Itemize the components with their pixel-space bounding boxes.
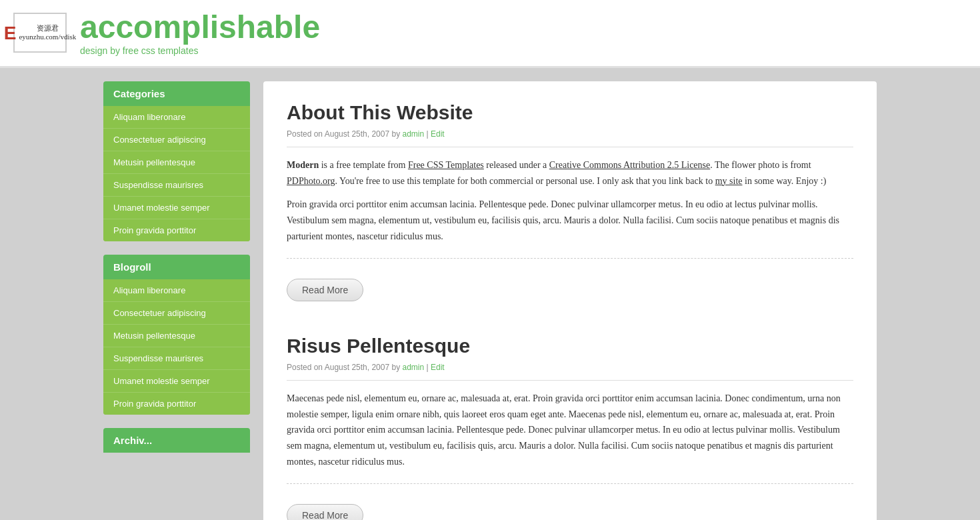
list-item: Suspendisse maurisres xyxy=(103,347,250,370)
archives-section: Archiv... xyxy=(103,428,250,453)
post: About This WebsitePosted on August 25th,… xyxy=(287,101,853,308)
post-title: Risus Pellentesque xyxy=(287,335,853,357)
logo-box: E 资源君 eyunzhu.com/vdisk xyxy=(13,13,67,53)
sidebar-blogroll-link[interactable]: Consectetuer adipiscing xyxy=(103,302,250,325)
post-title: About This Website xyxy=(287,101,853,124)
blogroll-list: Aliquam liberonareConsectetuer adipiscin… xyxy=(103,279,250,415)
sidebar-category-link[interactable]: Proin gravida porttitor xyxy=(103,219,250,241)
sidebar-blogroll-link[interactable]: Suspendisse maurisres xyxy=(103,347,250,370)
logo-line1: 资源君 xyxy=(19,24,76,33)
pdphoto-link[interactable]: PDPhoto.org xyxy=(287,176,335,186)
site-title: accomplishable xyxy=(80,10,320,45)
blogroll-header: Blogroll xyxy=(103,255,250,279)
post-edit-link[interactable]: Edit xyxy=(431,363,445,372)
post-author-link[interactable]: admin xyxy=(402,129,424,139)
list-item: Aliquam liberonare xyxy=(103,106,250,129)
list-item: Suspendisse maurisres xyxy=(103,174,250,197)
sidebar-blogroll-link[interactable]: Umanet molestie semper xyxy=(103,370,250,393)
sidebar-blogroll-link[interactable]: Metusin pellentesque xyxy=(103,325,250,347)
sidebar: Categories Aliquam liberonareConsectetue… xyxy=(103,81,250,520)
sidebar-category-link[interactable]: Umanet molestie semper xyxy=(103,197,250,219)
site-title-area: accomplishable design by free css templa… xyxy=(80,10,320,56)
list-item: Metusin pellentesque xyxy=(103,151,250,174)
list-item: Consectetuer adipiscing xyxy=(103,129,250,151)
logo-text: 资源君 eyunzhu.com/vdisk xyxy=(19,24,76,41)
post-meta: Posted on August 25th, 2007 by admin | E… xyxy=(287,363,853,381)
post-body: Maecenas pede nisl, elementum eu, ornare… xyxy=(287,391,853,470)
list-item: Aliquam liberonare xyxy=(103,279,250,302)
sidebar-category-link[interactable]: Suspendisse maurisres xyxy=(103,174,250,197)
list-item: Umanet molestie semper xyxy=(103,197,250,219)
read-more-button[interactable]: Read More xyxy=(287,504,363,520)
categories-header: Categories xyxy=(103,81,250,106)
post-edit-link[interactable]: Edit xyxy=(431,129,445,139)
posts-container: About This WebsitePosted on August 25th,… xyxy=(287,101,853,520)
main-container: Categories Aliquam liberonareConsectetue… xyxy=(90,81,890,520)
sidebar-blogroll-link[interactable]: Aliquam liberonare xyxy=(103,279,250,302)
list-item: Proin gravida porttitor xyxy=(103,393,250,415)
categories-section: Categories Aliquam liberonareConsectetue… xyxy=(103,81,250,241)
read-more-button[interactable]: Read More xyxy=(287,279,363,301)
post-author-link[interactable]: admin xyxy=(402,363,424,372)
post-meta: Posted on August 25th, 2007 by admin | E… xyxy=(287,129,853,147)
post-body: Modern is a free template from Free CSS … xyxy=(287,157,853,245)
post-divider xyxy=(287,483,853,484)
sidebar-category-link[interactable]: Metusin pellentesque xyxy=(103,151,250,174)
logo-area: E 资源君 eyunzhu.com/vdisk xyxy=(13,13,67,53)
content-area: About This WebsitePosted on August 25th,… xyxy=(263,81,877,520)
logo-e-letter: E xyxy=(4,22,17,45)
list-item: Metusin pellentesque xyxy=(103,325,250,347)
list-item: Consectetuer adipiscing xyxy=(103,302,250,325)
sidebar-category-link[interactable]: Aliquam liberonare xyxy=(103,106,250,129)
categories-list: Aliquam liberonareConsectetuer adipiscin… xyxy=(103,106,250,241)
list-item: Proin gravida porttitor xyxy=(103,219,250,241)
my-site-link[interactable]: my site xyxy=(715,176,743,186)
site-subtitle: design by free css templates xyxy=(80,45,320,56)
sidebar-blogroll-link[interactable]: Proin gravida porttitor xyxy=(103,393,250,415)
sidebar-category-link[interactable]: Consectetuer adipiscing xyxy=(103,129,250,151)
cc-license-link[interactable]: Creative Commons Attribution 2.5 License xyxy=(549,160,710,170)
free-css-link[interactable]: Free CSS Templates xyxy=(408,160,484,170)
list-item: Umanet molestie semper xyxy=(103,370,250,393)
post: Risus PellentesquePosted on August 25th,… xyxy=(287,335,853,520)
blogroll-section: Blogroll Aliquam liberonareConsectetuer … xyxy=(103,255,250,415)
post-divider xyxy=(287,258,853,259)
archives-header: Archiv... xyxy=(103,428,250,453)
site-header: E 资源君 eyunzhu.com/vdisk accomplishable d… xyxy=(0,0,980,68)
logo-line2: eyunzhu.com/vdisk xyxy=(19,33,76,41)
